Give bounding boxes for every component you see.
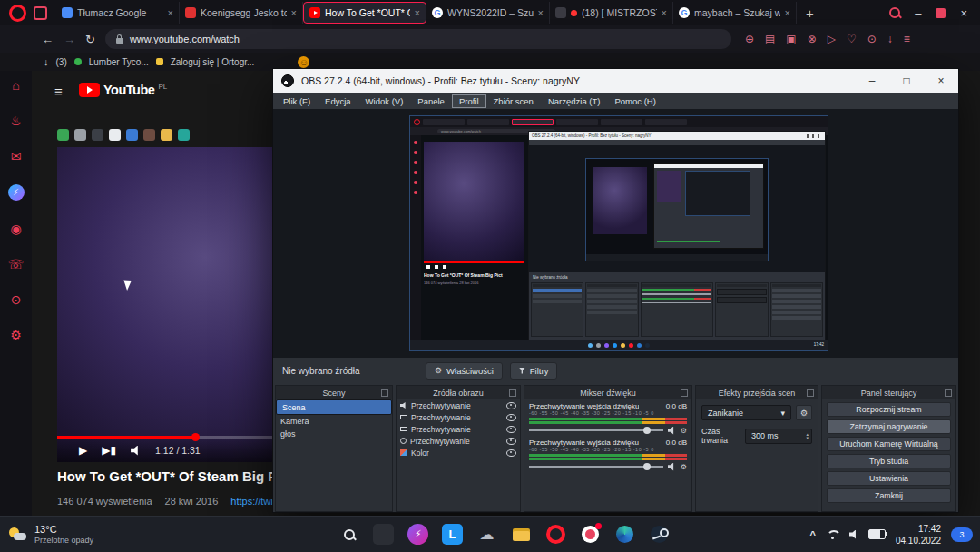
- visibility-eye-icon[interactable]: [506, 414, 516, 421]
- video-link[interactable]: https://twitt: [230, 496, 279, 507]
- stop-recording-button[interactable]: Zatrzymaj nagrywanie: [827, 419, 951, 434]
- source-item[interactable]: Przechwytywanie: [397, 435, 520, 447]
- weather-widget[interactable]: 13°C Przelotne opady: [0, 524, 200, 546]
- scene-item[interactable]: głos: [276, 428, 392, 440]
- taskbar-search-icon[interactable]: [338, 524, 359, 545]
- reload-button[interactable]: ↻: [85, 33, 95, 46]
- tab-close-icon[interactable]: ×: [415, 7, 420, 18]
- taskbar-l-app-icon[interactable]: L: [442, 524, 463, 545]
- notification-badge[interactable]: 3: [951, 527, 973, 542]
- downloads-tray-icon[interactable]: ↓: [44, 56, 49, 67]
- exit-button[interactable]: Zamknij: [827, 488, 951, 503]
- youtube-menu-icon[interactable]: ≡: [54, 84, 63, 99]
- workspace-icon[interactable]: [34, 6, 47, 20]
- bookmark-item[interactable]: Zaloguj się | Ortogr...: [171, 57, 255, 67]
- filters-button[interactable]: Filtry: [510, 362, 558, 380]
- tray-expand-icon[interactable]: ^: [810, 529, 816, 540]
- transition-select[interactable]: Zanikanie ▾: [701, 405, 791, 420]
- downloads-icon[interactable]: ↓: [887, 33, 893, 45]
- transitions-dock-header[interactable]: Efekty przejścia scen: [696, 386, 818, 399]
- smiley-favicon[interactable]: ☺: [298, 56, 309, 68]
- gx-corner-icon[interactable]: [936, 8, 946, 18]
- opera-menu-icon[interactable]: [9, 5, 26, 22]
- volume-icon[interactable]: [131, 446, 141, 456]
- menu-narzedzia[interactable]: Narzędzia (T): [542, 95, 607, 107]
- mute-speaker-icon[interactable]: [668, 427, 676, 435]
- sidebar-history-icon[interactable]: ⊙: [11, 292, 22, 307]
- control-panel-header[interactable]: Panel sterujący: [822, 386, 956, 399]
- start-button[interactable]: [304, 524, 325, 545]
- battery-icon[interactable]: [868, 529, 886, 539]
- browser-tab[interactable]: Koenigsegg Jesko to... ×: [180, 2, 303, 24]
- sidebar-messenger-icon[interactable]: ⚡: [8, 184, 24, 201]
- next-button[interactable]: ▶▮: [102, 444, 116, 457]
- tab-close-icon[interactable]: ×: [168, 7, 173, 18]
- history-icon[interactable]: ⊙: [867, 33, 877, 45]
- snapshot-icon[interactable]: ▤: [765, 33, 775, 45]
- bookmark-item[interactable]: Lumber Tyco...: [89, 57, 149, 67]
- scene-item-selected[interactable]: Scena: [276, 399, 392, 415]
- sidebar-whatsapp-icon[interactable]: ☏: [8, 257, 24, 271]
- obs-minimize-button[interactable]: –: [855, 74, 889, 87]
- back-button[interactable]: ←: [42, 33, 54, 46]
- transition-settings-button[interactable]: ⚙: [796, 405, 812, 420]
- visibility-eye-icon[interactable]: [506, 449, 516, 457]
- source-item[interactable]: Kolor: [397, 447, 520, 458]
- volume-slider[interactable]: [529, 429, 663, 431]
- obs-close-button[interactable]: ×: [924, 74, 958, 87]
- mixer-dock-header[interactable]: Mikser dźwięku: [524, 386, 691, 399]
- source-item[interactable]: Przechwytywanie: [397, 399, 520, 411]
- sidebar-instagram-icon[interactable]: ◉: [10, 222, 21, 236]
- source-item[interactable]: Przechwytywanie: [397, 423, 520, 435]
- virtual-camera-button[interactable]: Uruchom Kamerę Wirtualną: [827, 437, 951, 451]
- search-tabs-icon[interactable]: [889, 7, 900, 18]
- obs-title-bar[interactable]: OBS 27.2.4 (64-bit, windows) - Profil: B…: [273, 69, 958, 93]
- new-tab-button[interactable]: +: [806, 5, 814, 21]
- sources-dock-header[interactable]: Źródła obrazu: [397, 386, 520, 399]
- url-field[interactable]: www.youtube.com/watch: [105, 29, 731, 49]
- properties-button[interactable]: ⚙ Właściwości: [426, 362, 503, 380]
- panels-menu-icon[interactable]: ≡: [904, 33, 910, 45]
- taskbar-app-icon[interactable]: [373, 524, 394, 545]
- browser-tab[interactable]: Tłumacz Google ×: [56, 2, 180, 24]
- menu-widok[interactable]: Widok (V): [359, 95, 410, 107]
- opera-browser-icon[interactable]: [545, 524, 566, 545]
- settings-button[interactable]: Ustawienia: [827, 471, 951, 486]
- zoom-icon[interactable]: ⊕: [745, 33, 754, 45]
- tab-close-icon[interactable]: ×: [538, 7, 544, 18]
- cloud-app-icon[interactable]: ☁: [476, 524, 497, 545]
- tab-close-icon[interactable]: ×: [291, 7, 297, 18]
- menu-edycja[interactable]: Edycja: [318, 95, 358, 107]
- opera-gx-icon[interactable]: [580, 524, 601, 545]
- wifi-icon[interactable]: [826, 529, 839, 539]
- favorites-heart-icon[interactable]: ♡: [847, 33, 857, 45]
- forward-button[interactable]: →: [64, 33, 75, 46]
- play-button[interactable]: ▶: [79, 444, 87, 457]
- window-close-button[interactable]: ×: [960, 6, 967, 20]
- adblocker-icon[interactable]: ⊗: [808, 33, 817, 45]
- visibility-eye-icon[interactable]: [506, 438, 516, 445]
- volume-slider[interactable]: [529, 466, 663, 468]
- camera-icon[interactable]: ▣: [786, 33, 796, 45]
- browser-tab-active[interactable]: How To Get *OUT* O... ×: [303, 2, 426, 24]
- source-item[interactable]: Przechwytywanie: [397, 411, 520, 423]
- window-minimize-button[interactable]: –: [915, 6, 921, 20]
- duration-input[interactable]: 300 ms ▴▾: [745, 429, 812, 444]
- browser-tab[interactable]: G maybach – Szukaj w... ×: [673, 2, 797, 24]
- taskbar-clock[interactable]: 17:42 04.10.2022: [896, 523, 941, 547]
- menu-profil[interactable]: Profil: [453, 95, 485, 107]
- browser-tab[interactable]: (18) [ MISTRZOST... ×: [550, 2, 673, 24]
- studio-mode-button[interactable]: Tryb studia: [827, 454, 951, 468]
- steam-icon[interactable]: [649, 524, 670, 545]
- messenger-icon[interactable]: ⚡: [407, 524, 428, 545]
- menu-plik[interactable]: Plik (F): [277, 95, 317, 107]
- volume-knob[interactable]: [643, 463, 651, 470]
- menu-pomoc[interactable]: Pomoc (H): [608, 95, 662, 107]
- volume-knob[interactable]: [643, 427, 651, 434]
- file-explorer-icon[interactable]: [511, 524, 532, 545]
- tab-close-icon[interactable]: ×: [785, 7, 790, 18]
- mute-speaker-icon[interactable]: [668, 463, 676, 471]
- menu-panele[interactable]: Panele: [411, 95, 451, 107]
- menu-zbior-scen[interactable]: Zbiór scen: [487, 95, 540, 107]
- obs-maximize-button[interactable]: □: [889, 74, 924, 87]
